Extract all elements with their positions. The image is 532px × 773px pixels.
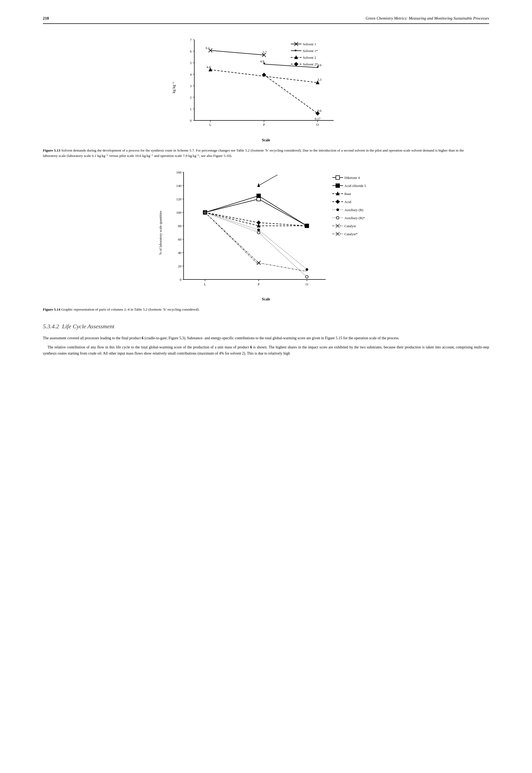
svg-text:60: 60 [178, 238, 181, 242]
svg-marker-103 [256, 221, 261, 225]
svg-point-109 [306, 268, 308, 271]
chart1-svg: 0 1 2 3 4 5 6 7 [178, 37, 360, 136]
figure-5-14-wrapper: % of laboratory scale quantities 0 20 40… [158, 169, 374, 302]
svg-text:Solvent 2: Solvent 2 [303, 55, 316, 59]
svg-text:0: 0 [190, 118, 192, 122]
figure-5-13-wrapper: kg kg⁻¹ 0 1 2 3 4 5 [172, 37, 360, 142]
svg-text:4.4: 4.4 [206, 65, 210, 69]
svg-text:100: 100 [176, 211, 181, 215]
figure-5-14-container: % of laboratory scale quantities 0 20 40… [43, 169, 489, 302]
svg-text:40: 40 [178, 251, 181, 255]
svg-line-121 [205, 213, 259, 265]
section-number: 5.3.4.2 [43, 323, 59, 330]
svg-marker-134 [336, 200, 340, 204]
figure-5-14-caption: Figure 5.14 Graphic representation of pa… [43, 307, 472, 312]
svg-text:0: 0 [180, 278, 181, 282]
section-title: Life Cycle Assessment [62, 323, 114, 330]
svg-text:✶: ✶ [293, 48, 297, 53]
svg-line-106 [259, 230, 307, 270]
section-heading: 5.3.4.2 Life Cycle Assessment [43, 323, 489, 330]
svg-line-95 [205, 213, 259, 226]
svg-text:0.17: 0.17 [315, 117, 320, 121]
svg-text:2: 2 [190, 95, 192, 99]
svg-text:4: 4 [190, 72, 192, 76]
svg-line-122 [259, 175, 277, 185]
svg-text:Solvent 1*: Solvent 1* [303, 49, 318, 53]
figure-5-13-text: Solvent demands during the development o… [43, 148, 464, 158]
paragraph-2: The relative contribution of any flow in… [43, 344, 489, 356]
svg-text:Auxiliary (R): Auxiliary (R) [344, 208, 363, 212]
svg-text:160: 160 [176, 170, 181, 174]
svg-point-114 [306, 276, 308, 278]
svg-text:7: 7 [190, 38, 192, 42]
svg-text:Acid: Acid [344, 200, 351, 204]
svg-text:Acid chloride 5: Acid chloride 5 [344, 184, 366, 188]
chart2-svg: 0 20 40 60 80 100 120 140 160 [165, 169, 374, 296]
svg-text:120: 120 [176, 197, 181, 201]
paragraph-1: The assessment covered all processes lea… [43, 335, 489, 341]
figure-5-13-container: kg kg⁻¹ 0 1 2 3 4 5 [43, 37, 489, 142]
svg-text:Solvent 1: Solvent 1 [303, 42, 316, 46]
svg-text:Solvent 2*: Solvent 2* [303, 62, 318, 66]
svg-text:Catalyst: Catalyst [344, 224, 356, 228]
svg-text:4.9: 4.9 [260, 59, 264, 63]
svg-rect-93 [257, 194, 261, 198]
svg-line-24 [210, 50, 264, 55]
svg-line-41 [264, 75, 318, 113]
svg-text:P: P [258, 282, 259, 286]
chart1-y-label: kg kg⁻¹ [172, 82, 176, 93]
svg-point-140 [336, 217, 339, 219]
page-number: 218 [43, 16, 49, 21]
svg-text:1: 1 [190, 107, 192, 111]
chart2-x-label: Scale [262, 297, 270, 302]
svg-text:20: 20 [178, 264, 181, 268]
figure-5-14-bold: Figure 5.14 [43, 307, 60, 311]
svg-line-90 [205, 196, 259, 213]
svg-line-101 [259, 223, 307, 226]
svg-text:O: O [306, 282, 308, 286]
page-header: 218 Green Chemistry Metrics: Measuring a… [43, 16, 489, 24]
figure-5-13-caption: Figure 5.13 Solvent demands during the d… [43, 148, 472, 159]
svg-text:L: L [204, 282, 206, 286]
svg-text:140: 140 [176, 184, 181, 188]
svg-marker-42 [262, 73, 266, 77]
page: 218 Green Chemistry Metrics: Measuring a… [0, 0, 532, 773]
svg-rect-125 [336, 176, 340, 179]
svg-rect-128 [336, 184, 340, 187]
svg-point-113 [257, 231, 260, 234]
svg-text:Base: Base [344, 192, 351, 196]
svg-line-85 [205, 199, 259, 213]
svg-text:3: 3 [190, 84, 192, 88]
svg-text:5: 5 [190, 61, 192, 65]
svg-text:P: P [263, 122, 265, 126]
svg-text:0.6: 0.6 [317, 109, 321, 113]
svg-text:6: 6 [190, 49, 192, 53]
svg-line-86 [259, 199, 307, 226]
svg-point-108 [257, 229, 260, 231]
svg-line-91 [259, 196, 307, 226]
svg-text:Auxiliary (R)*: Auxiliary (R)* [344, 216, 365, 220]
svg-text:5.7: 5.7 [263, 50, 267, 54]
svg-text:3.3: 3.3 [317, 78, 321, 81]
svg-text:Catalyst*: Catalyst* [344, 232, 358, 236]
svg-point-137 [336, 209, 339, 211]
svg-text:4.6: 4.6 [317, 63, 321, 67]
svg-line-115 [205, 213, 259, 263]
svg-line-100 [205, 213, 259, 223]
chart1-x-label: Scale [262, 138, 270, 142]
svg-line-116 [259, 263, 307, 272]
chart2-y-label: % of laboratory scale quantities [158, 211, 163, 255]
svg-marker-57 [294, 62, 298, 66]
figure-5-13-bold: Figure 5.13 [43, 148, 60, 152]
svg-text:O: O [316, 122, 319, 126]
svg-text:L: L [209, 122, 211, 126]
svg-text:80: 80 [178, 224, 181, 228]
svg-text:6.1: 6.1 [206, 46, 210, 50]
page-title: Green Chemistry Metrics: Measuring and M… [366, 16, 489, 21]
svg-text:Diketone 4: Diketone 4 [344, 176, 360, 180]
figure-5-14-text: Graphic representation of parts of colum… [60, 307, 200, 311]
svg-line-110 [205, 213, 259, 233]
